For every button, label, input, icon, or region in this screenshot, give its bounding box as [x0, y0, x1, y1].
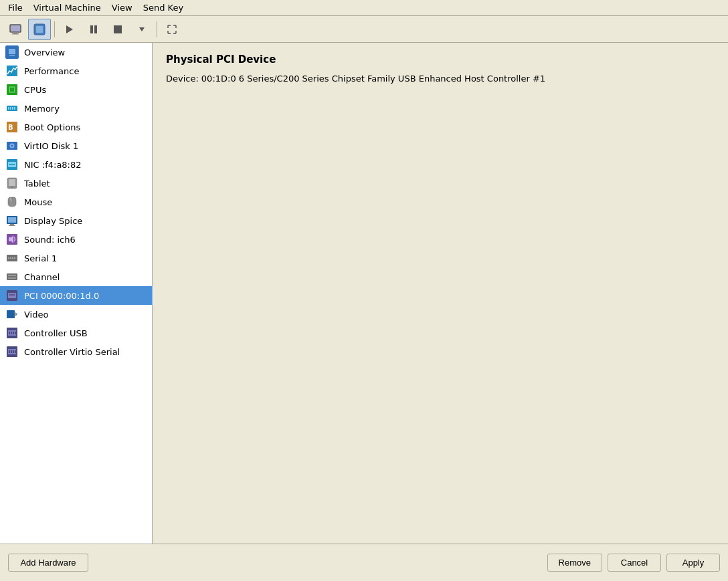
sidebar-item-controller-virtio[interactable]: Controller Virtio Serial — [0, 342, 152, 361]
svg-marker-5 — [66, 25, 73, 33]
sidebar-item-performance[interactable]: Performance — [0, 62, 152, 80]
performance-icon — [5, 64, 19, 78]
toolbar-separator-1 — [54, 21, 55, 37]
toolbar — [0, 16, 728, 43]
svg-rect-8 — [114, 25, 122, 33]
add-hardware-button[interactable]: Add Hardware — [8, 554, 88, 572]
svg-marker-9 — [139, 27, 145, 31]
svg-rect-16 — [10, 88, 14, 92]
channel-icon — [5, 270, 19, 283]
svg-rect-30 — [11, 164, 13, 165]
remove-button[interactable]: Remove — [547, 554, 602, 572]
bottom-right: Remove Cancel Apply — [547, 554, 720, 572]
sidebar: Overview Performance — [0, 43, 153, 544]
toolbar-pause-btn[interactable] — [82, 19, 105, 40]
menu-virtual-machine[interactable]: Virtual Machine — [28, 1, 106, 14]
sidebar-item-tablet[interactable]: Tablet — [0, 174, 152, 193]
sidebar-item-memory-label: Memory — [24, 104, 60, 114]
detail-panel: Physical PCI Device Device: 00:1D:0 6 Se… — [153, 43, 728, 544]
sidebar-item-cpus[interactable]: CPUs — [0, 80, 152, 99]
svg-rect-0 — [10, 25, 21, 32]
sidebar-item-controller-virtio-label: Controller Virtio Serial — [24, 347, 120, 357]
svg-rect-67 — [13, 350, 14, 353]
svg-rect-37 — [8, 217, 16, 223]
sidebar-item-cpus-label: CPUs — [24, 85, 46, 95]
sidebar-item-mouse-label: Mouse — [24, 197, 52, 207]
sidebar-item-channel[interactable]: Channel — [0, 267, 152, 286]
svg-rect-12 — [9, 55, 15, 56]
sidebar-item-nic[interactable]: NIC :f4:a8:82 — [0, 155, 152, 174]
memory-icon — [5, 102, 19, 115]
sidebar-item-serial-1-label: Serial 1 — [24, 253, 57, 263]
menubar: File Virtual Machine View Send Key — [0, 0, 728, 16]
sidebar-item-virtio-disk-label: VirtIO Disk 1 — [24, 141, 78, 151]
svg-rect-54 — [13, 294, 15, 296]
toolbar-play-btn[interactable] — [58, 19, 81, 40]
sound-ich6-icon — [5, 233, 19, 246]
sidebar-item-sound-label: Sound: ich6 — [24, 235, 76, 245]
sidebar-item-memory[interactable]: Memory — [0, 99, 152, 118]
svg-rect-66 — [11, 350, 12, 353]
display-spice-icon — [5, 214, 19, 227]
sidebar-item-serial-1[interactable]: Serial 1 — [0, 249, 152, 267]
serial-1-icon — [5, 251, 19, 265]
sidebar-item-pci-label: PCI 0000:00:1d.0 — [24, 291, 99, 301]
sidebar-item-video[interactable]: Video — [0, 305, 152, 324]
svg-rect-2 — [12, 33, 19, 35]
svg-point-46 — [14, 257, 15, 259]
detail-panel-title: Physical PCI Device — [166, 53, 715, 66]
sidebar-item-virtio-disk[interactable]: VirtIO Disk 1 — [0, 136, 152, 155]
sidebar-item-pci[interactable]: PCI 0000:00:1d.0 — [0, 286, 152, 305]
detail-device-label: Device: — [166, 74, 199, 84]
toolbar-stop-btn[interactable] — [106, 19, 129, 40]
main-window: Overview Performance — [0, 43, 728, 581]
toolbar-dropdown-btn[interactable] — [130, 19, 153, 40]
svg-rect-62 — [15, 332, 16, 334]
svg-point-45 — [12, 257, 13, 259]
sidebar-item-boot-options-label: Boot Options — [24, 122, 80, 132]
toolbar-monitor-btn[interactable] — [4, 19, 27, 40]
virtio-disk-icon — [5, 139, 19, 152]
svg-rect-38 — [10, 224, 14, 225]
menu-view[interactable]: View — [106, 1, 138, 14]
svg-rect-47 — [7, 273, 17, 280]
sidebar-item-mouse[interactable]: Mouse — [0, 193, 152, 211]
menu-file[interactable]: File — [3, 1, 28, 14]
svg-rect-7 — [94, 25, 97, 33]
pci-icon — [5, 289, 19, 302]
menu-send-key[interactable]: Send Key — [138, 1, 189, 14]
cancel-button[interactable]: Cancel — [608, 554, 661, 572]
sidebar-item-boot-options[interactable]: B Boot Options — [0, 118, 152, 136]
svg-rect-20 — [12, 107, 13, 110]
tablet-icon — [5, 177, 19, 190]
apply-button[interactable]: Apply — [666, 554, 720, 572]
sidebar-item-tablet-label: Tablet — [24, 179, 50, 189]
sidebar-item-overview[interactable]: Overview — [0, 43, 152, 62]
bottom-bar: Add Hardware Remove Cancel Apply — [0, 544, 728, 581]
toolbar-fullscreen-btn[interactable] — [161, 19, 183, 40]
svg-text:B: B — [8, 124, 13, 131]
svg-rect-1 — [13, 32, 17, 33]
sidebar-item-sound-ich6[interactable]: Sound: ich6 — [0, 230, 152, 249]
svg-point-26 — [11, 145, 13, 147]
toolbar-power-btn[interactable] — [28, 19, 51, 40]
svg-point-43 — [8, 257, 9, 259]
svg-point-34 — [11, 187, 13, 188]
cpus-icon — [5, 83, 19, 96]
svg-rect-18 — [8, 107, 9, 110]
sidebar-item-nic-label: NIC :f4:a8:82 — [24, 160, 82, 170]
svg-rect-31 — [13, 164, 15, 165]
svg-rect-61 — [13, 332, 14, 334]
sidebar-item-video-label: Video — [24, 310, 48, 320]
bottom-left: Add Hardware — [8, 554, 88, 572]
detail-device-value: 00:1D:0 6 Series/C200 Series Chipset Fam… — [201, 74, 545, 84]
svg-rect-21 — [14, 107, 15, 110]
sidebar-item-display-spice-label: Display Spice — [24, 216, 82, 226]
svg-rect-52 — [9, 294, 11, 296]
sidebar-item-display-spice[interactable]: Display Spice — [0, 211, 152, 230]
svg-rect-53 — [11, 294, 13, 296]
sidebar-item-controller-usb[interactable]: Controller USB — [0, 324, 152, 342]
video-icon — [5, 308, 19, 321]
nic-icon — [5, 158, 19, 171]
svg-rect-59 — [9, 332, 10, 334]
